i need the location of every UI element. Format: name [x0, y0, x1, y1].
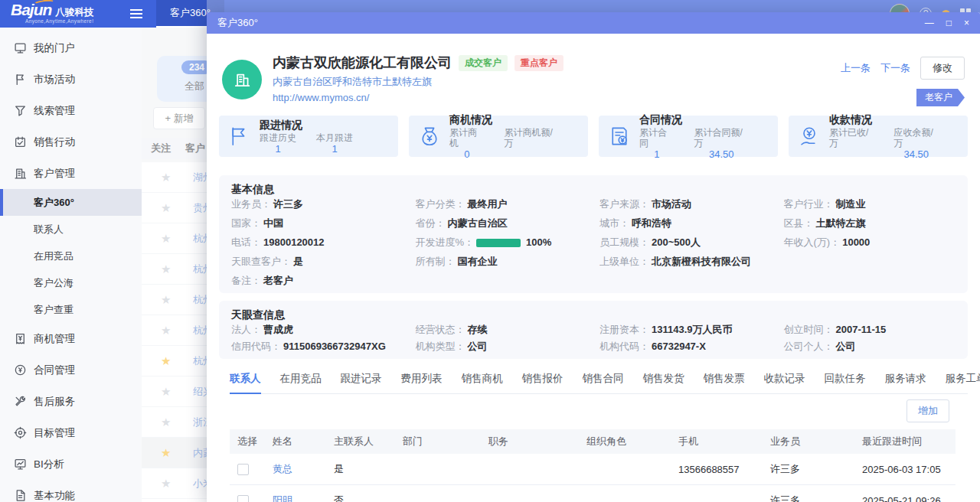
table-cell: 2025-06-03 17:05	[854, 454, 956, 485]
star-icon[interactable]: ★	[161, 201, 173, 215]
stat-card-opportunity: 商机情况累计商机0累计商机额/万	[409, 116, 588, 157]
info-field: 机构类型：公司	[416, 341, 588, 353]
detail-tab[interactable]: 联系人	[230, 365, 261, 393]
star-icon[interactable]: ★	[161, 477, 173, 491]
field-label: 法人：	[231, 324, 261, 336]
detail-tab[interactable]: 销售合同	[583, 365, 624, 393]
stat-metrics: 累计已收/万应收余额/万34.50	[829, 127, 959, 160]
star-icon[interactable]: ★	[161, 232, 173, 246]
sidebar-item-contract[interactable]: 合同管理	[0, 354, 142, 386]
campaign-icon	[14, 73, 27, 86]
detail-tab[interactable]: 销售商机	[462, 365, 503, 393]
star-icon[interactable]: ★	[161, 385, 173, 399]
sidebar-item-competitors[interactable]: 在用竞品	[0, 243, 142, 269]
info-field: 电话：19800120012	[231, 236, 403, 249]
star-icon[interactable]: ★	[161, 324, 173, 337]
sidebar-item-label: 基本功能	[34, 489, 75, 502]
field-value: 曹成虎	[263, 324, 293, 336]
sidebar-item-leads[interactable]: 线索管理	[0, 95, 142, 126]
field-value: 存续	[468, 324, 488, 336]
row-checkbox[interactable]	[237, 464, 249, 475]
detail-tab[interactable]: 费用列表	[401, 365, 443, 393]
company-avatar-icon	[222, 60, 262, 99]
sidebar-item-customer-pool[interactable]: 客户公海	[0, 269, 142, 296]
next-record-link[interactable]: 下一条	[880, 61, 910, 75]
star-icon[interactable]: ★	[161, 446, 173, 460]
sidebar-item-customer-360[interactable]: 客户360°	[0, 189, 142, 216]
field-value: 最终用户	[468, 198, 508, 210]
contacts-table: 选择姓名主联系人部门职务组织角色手机业务员最近跟进时间 黄总是135666885…	[230, 429, 956, 502]
menu-icon[interactable]	[130, 13, 142, 15]
row-checkbox[interactable]	[237, 495, 249, 502]
star-icon[interactable]: ★	[161, 293, 173, 307]
sidebar-item-basic[interactable]: 基本功能	[0, 480, 142, 502]
info-field: 创立时间：2007-11-15	[784, 324, 956, 336]
detail-tab[interactable]: 服务请求	[885, 365, 926, 393]
contact-name-link[interactable]: 黄总	[265, 454, 326, 485]
sidebar-item-bi[interactable]: BI分析	[0, 448, 142, 480]
sidebar-item-label: BI分析	[34, 458, 64, 471]
stat-title: 商机情况	[449, 113, 579, 126]
sidebar-item-customer-mgmt[interactable]: 客户管理	[0, 158, 142, 189]
payment-icon	[798, 125, 821, 148]
detail-tab[interactable]: 销售报价	[522, 365, 564, 393]
add-customer-button[interactable]: + 新增	[153, 107, 205, 129]
metric-label: 累计商机	[449, 127, 485, 148]
sidebar-item-portal[interactable]: 我的门户	[0, 32, 142, 64]
sidebar-item-sales-action[interactable]: 销售行动	[0, 126, 142, 158]
add-contact-button[interactable]: 增加	[906, 399, 949, 422]
detail-tab[interactable]: 销售发票	[704, 365, 745, 393]
sidebar-item-label: 商机管理	[34, 332, 75, 346]
info-field: 上级单位：北京新橙科技有限公司	[599, 256, 772, 268]
sidebar: 我的门户市场活动线索管理销售行动客户管理客户360°联系人在用竞品客户公海客户查…	[0, 28, 142, 502]
column-header: 选择	[230, 429, 265, 454]
field-value: 国有企业	[458, 256, 498, 268]
sidebar-item-campaign[interactable]: 市场活动	[0, 64, 142, 95]
detail-tab[interactable]: 服务工单	[946, 365, 980, 393]
close-icon[interactable]: ×	[964, 18, 969, 28]
sidebar-item-opportunity[interactable]: 商机管理	[0, 323, 142, 354]
metric-value: 34.50	[894, 149, 939, 160]
field-label: 省份：	[416, 217, 446, 230]
stat-metric: 累计商机额/万	[505, 127, 559, 160]
contact-name-link[interactable]: 阳明	[265, 485, 326, 502]
column-header: 手机	[671, 429, 763, 454]
sidebar-item-customer-dedup[interactable]: 客户查重	[0, 296, 142, 323]
sidebar-item-label: 客户公海	[34, 276, 74, 290]
star-icon[interactable]: ★	[161, 354, 173, 368]
column-header: 姓名	[265, 429, 326, 454]
detail-tab[interactable]: 在用竞品	[280, 365, 322, 393]
field-label: 创立时间：	[784, 324, 834, 336]
field-label: 经营状态：	[416, 324, 466, 336]
sidebar-item-contacts[interactable]: 联系人	[0, 216, 142, 243]
customer-website-link[interactable]: http://www.mymos.cn/	[273, 92, 841, 104]
stats-row: 跟进情况跟进历史1本月跟进1商机情况累计商机0累计商机额/万合同情况累计合同1累…	[219, 116, 968, 157]
star-icon[interactable]: ★	[161, 262, 173, 276]
detail-tab[interactable]: 收款记录	[764, 365, 805, 393]
sidebar-item-label: 在用竞品	[34, 249, 74, 263]
field-label: 信用代码：	[231, 341, 281, 353]
edit-button[interactable]: 修改	[920, 57, 965, 80]
sidebar-item-label: 市场活动	[34, 73, 75, 86]
sidebar-item-after-sales[interactable]: 售后服务	[0, 386, 142, 417]
customer-address-link[interactable]: 内蒙古自治区呼和浩特市土默特左旗	[273, 76, 841, 88]
field-label: 业务员：	[231, 198, 271, 210]
table-cell	[395, 454, 481, 485]
maximize-icon[interactable]: □	[946, 18, 952, 28]
stat-metric: 累计合同额/万34.50	[694, 127, 749, 160]
stat-body: 商机情况累计商机0累计商机额/万	[449, 113, 579, 160]
minimize-icon[interactable]: —	[925, 18, 934, 28]
detail-tab[interactable]: 回款任务	[825, 365, 866, 393]
portal-icon	[14, 41, 27, 54]
star-icon[interactable]: ★	[161, 416, 173, 429]
field-value: 市场活动	[652, 198, 691, 210]
star-icon[interactable]: ★	[161, 171, 173, 184]
table-cell: 是	[326, 454, 395, 485]
metric-label: 累计合同	[639, 127, 675, 148]
field-value: 200~500人	[652, 236, 701, 249]
detail-tab[interactable]: 跟进记录	[341, 365, 382, 393]
logo-tagline: Anyone,Anytime,Anywhere!	[11, 19, 93, 24]
prev-record-link[interactable]: 上一条	[841, 61, 871, 75]
detail-tab[interactable]: 销售发货	[643, 365, 684, 393]
sidebar-item-target[interactable]: 目标管理	[0, 417, 142, 448]
